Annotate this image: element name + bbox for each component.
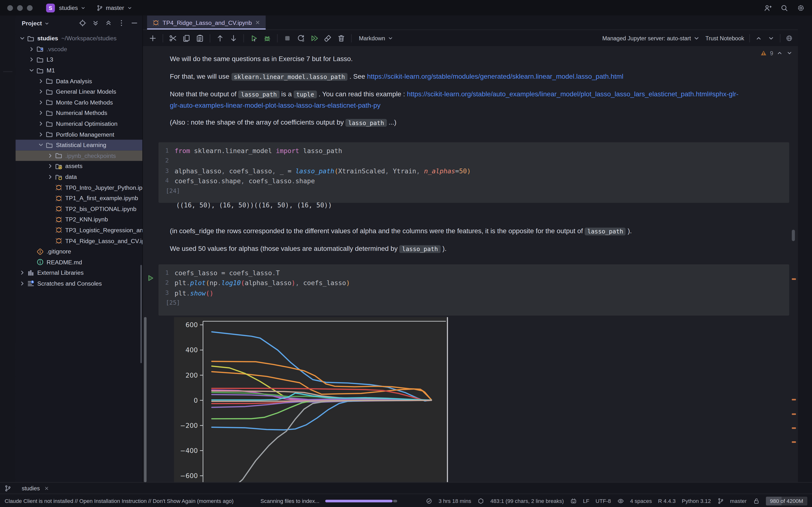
tree-chevron-icon[interactable] (28, 56, 35, 63)
next-cell-icon[interactable] (767, 35, 775, 42)
status-eye-icon[interactable] (617, 497, 624, 504)
inspections-widget[interactable]: 9 (760, 50, 793, 56)
previous-cell-icon[interactable] (755, 35, 762, 42)
tree-item-monte-carlo-methods[interactable]: Monte Carlo Methods (15, 97, 142, 108)
tree-chevron-icon[interactable] (37, 77, 45, 85)
next-problem-icon[interactable] (786, 50, 793, 56)
memory-indicator[interactable]: 980 of 4200M (766, 496, 807, 505)
markdown-cell[interactable]: We will do the same questions as in Exer… (170, 53, 757, 64)
tree-item-data[interactable]: data (15, 172, 142, 182)
notebook-editor[interactable]: 9 We will do the same questions as in Ex… (143, 46, 798, 482)
tree-item-statistical-learning[interactable]: Statistical Learning (15, 139, 142, 150)
status-message[interactable]: Claude Client is not installed // Open I… (5, 498, 234, 504)
status-item[interactable]: 4 spaces (630, 498, 652, 504)
status-robot-icon[interactable] (570, 497, 577, 504)
tree-chevron-icon[interactable] (47, 152, 54, 159)
tree-item-tp3-logistic-regression-an[interactable]: TP3_Logistic_Regression_an (15, 225, 142, 235)
tree-item--gitignore[interactable]: .gitignore (15, 246, 142, 257)
markdown-cell[interactable]: (in coefs_ridge the rows corresponded to… (170, 225, 757, 237)
tree-item-assets[interactable]: assets (15, 161, 142, 172)
run-cell-icon[interactable] (146, 274, 154, 282)
tree-chevron-icon[interactable] (47, 173, 54, 181)
tree-item-numerical-methods[interactable]: Numerical Methods (15, 108, 142, 118)
code-cell[interactable]: 1coefs_lasso = coefs_lasso.T2plt.plot(np… (158, 264, 789, 316)
expand-all-icon[interactable] (92, 19, 99, 27)
status-item[interactable]: master (730, 498, 747, 504)
tree-item-readme-md[interactable]: README.md (15, 257, 142, 268)
tree-item-tp1-a-first-example-ipynb[interactable]: TP1_A_first_example.ipynb (15, 193, 142, 204)
tree-chevron-icon[interactable] (18, 269, 26, 276)
tree-chevron-icon[interactable] (18, 35, 26, 42)
code-with-me-icon[interactable] (764, 4, 772, 12)
status-branch-icon[interactable] (717, 497, 724, 504)
status-lock-icon[interactable] (753, 497, 760, 504)
hide-panel-icon[interactable] (131, 19, 138, 27)
close-icon[interactable] (44, 486, 49, 491)
window-zoom-button[interactable] (27, 5, 33, 11)
tree-item-portfolio-management[interactable]: Portfolio Management (15, 129, 142, 139)
tree-chevron-icon[interactable] (37, 131, 45, 138)
toolbar-button-run[interactable] (248, 32, 260, 44)
toolbar-button-cut[interactable] (167, 32, 179, 44)
window-controls[interactable] (7, 5, 33, 11)
markdown-cell[interactable]: (Also : note the shape of the array of c… (170, 117, 757, 128)
markdown-cell[interactable]: Note that the output of lasso_path is a … (170, 89, 757, 111)
status-item[interactable]: UTF-8 (596, 498, 611, 504)
tree-chevron-icon[interactable] (37, 109, 45, 117)
scrollbar-warning-mark[interactable] (792, 427, 796, 429)
editor-scrollbar[interactable] (792, 230, 795, 241)
tree-item-numerical-optimisation[interactable]: Numerical Optimisation (15, 118, 142, 129)
tree-item-data-analysis[interactable]: Data Analysis (15, 76, 142, 87)
scrollbar-warning-mark[interactable] (792, 278, 796, 280)
toolbar-button-restart[interactable] (295, 32, 307, 44)
tree-chevron-icon[interactable] (37, 142, 45, 149)
tree-item-external-libraries[interactable]: External Libraries (15, 268, 142, 278)
toolbar-button-arrow-up[interactable] (214, 32, 226, 44)
scrollbar-warning-mark[interactable] (792, 399, 796, 400)
markdown-cell[interactable]: For that, we will use sklearn.linear_mod… (170, 71, 757, 82)
collapse-all-icon[interactable] (105, 19, 112, 27)
settings-gear-icon[interactable] (797, 4, 805, 12)
globe-icon[interactable] (785, 35, 793, 42)
status-item[interactable]: 483:1 (99 chars, 2 line breaks) (490, 498, 564, 504)
tree-item-m1[interactable]: M1 (15, 65, 142, 76)
status-item[interactable]: 3 hrs 18 mins (439, 498, 471, 504)
status-item[interactable]: Python 3.12 (682, 498, 711, 504)
tree-item--vscode[interactable]: .vscode (15, 44, 142, 54)
tree-item-scratches-and-consoles[interactable]: Scratches and Consoles (15, 278, 142, 289)
tree-item-tp2-knn-ipynb[interactable]: TP2_KNN.ipynb (15, 214, 142, 225)
chevron-down-icon[interactable] (44, 20, 50, 26)
status-item[interactable]: R 4.4.3 (658, 498, 676, 504)
markdown-cell[interactable]: We used 50 values for alphas (those valu… (170, 243, 757, 255)
toolbar-button-delete[interactable] (335, 32, 347, 44)
select-opened-file-icon[interactable] (79, 19, 87, 27)
status-hexagon-small-icon[interactable] (477, 497, 484, 504)
tree-item-general-linear-models[interactable]: General Linear Models (15, 87, 142, 97)
hyperlink[interactable]: https://scikit-learn.org/stable/auto_exa… (407, 90, 739, 98)
trust-notebook-button[interactable]: Trust Notebook (705, 35, 744, 41)
tree-chevron-icon[interactable] (37, 88, 45, 95)
toolbar-button-stop[interactable] (281, 32, 294, 44)
toolbar-button-clean[interactable] (322, 32, 334, 44)
toolbar-button-copy[interactable] (180, 32, 193, 44)
tree-item-studies[interactable]: studies~/Workspace/studies (15, 33, 142, 44)
toolbar-button-arrow-down[interactable] (227, 32, 240, 44)
tree-item-tp0-intro-jupyter-python-ip[interactable]: TP0_Intro_Jupyter_Python.ip (15, 182, 142, 193)
panel-options-icon[interactable] (117, 19, 125, 27)
hyperlink[interactable]: glr-auto-examples-linear-model-plot-lass… (170, 101, 380, 109)
tree-item--ipynb-checkpoints[interactable]: .ipynb_checkpoints (15, 151, 142, 161)
cell-type-dropdown[interactable]: Markdown (359, 35, 394, 41)
scrollbar-warning-mark[interactable] (792, 441, 796, 443)
toolbar-button-add[interactable] (146, 32, 159, 44)
close-tab-icon[interactable] (255, 19, 261, 25)
status-clock-check-icon[interactable] (425, 497, 433, 504)
window-minimize-button[interactable] (17, 5, 23, 11)
hyperlink[interactable]: https://scikit-learn.org/stable/modules/… (367, 72, 623, 80)
tree-chevron-icon[interactable] (47, 163, 54, 170)
status-item[interactable]: LF (583, 498, 589, 504)
tree-chevron-icon[interactable] (37, 120, 45, 127)
code-cell[interactable]: 1from sklearn.linear_model import lasso_… (158, 142, 789, 203)
previous-problem-icon[interactable] (776, 50, 783, 56)
branch-switcher[interactable]: master (97, 4, 133, 11)
tree-chevron-icon[interactable] (37, 99, 45, 106)
